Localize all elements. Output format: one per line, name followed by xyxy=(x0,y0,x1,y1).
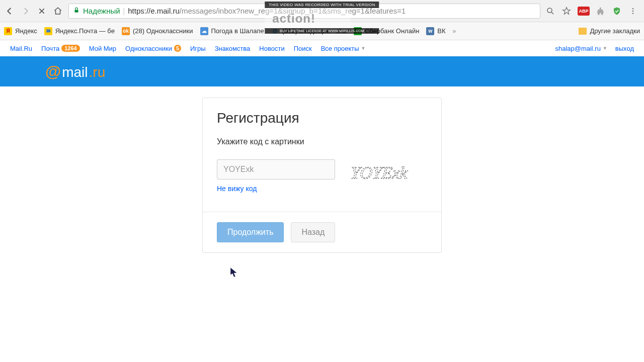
bookmark-weather[interactable]: ☁ Погода в Шалапе xyxy=(200,27,264,35)
bookmark-ok[interactable]: ok (28) Одноклассники xyxy=(122,27,193,35)
svg-point-2 xyxy=(632,8,633,9)
star-icon[interactable] xyxy=(561,6,572,16)
page-title: Регистрация xyxy=(217,110,427,126)
watermark-bottom: BUY LIFETIME LICENSE AT WWW.MIRILLIS.COM xyxy=(265,28,379,34)
portal-link-ok[interactable]: Одноклассники 5 xyxy=(125,45,181,52)
vk-icon: w xyxy=(426,27,434,35)
portal-link-label: Все проекты xyxy=(321,45,359,52)
svg-text:action!: action! xyxy=(272,12,315,25)
folder-icon xyxy=(579,28,587,35)
mailru-logo[interactable]: @ mail.ru xyxy=(45,62,105,81)
registration-card: Регистрация Укажите код с картинки Не ви… xyxy=(202,98,442,253)
puzzle-icon[interactable] xyxy=(596,6,606,16)
forward-button[interactable] xyxy=(20,6,31,17)
user-email-label: shalap@mail.ru xyxy=(555,45,601,52)
bookmark-vk[interactable]: w ВК xyxy=(426,27,445,35)
logo-at-icon: @ xyxy=(45,62,61,81)
svg-text:YOYExk: YOYExk xyxy=(350,163,409,182)
bookmark-yandex[interactable]: Я Яндекс xyxy=(4,27,37,35)
user-email[interactable]: shalap@mail.ru ▼ xyxy=(555,45,607,52)
caret-down-icon: ▼ xyxy=(361,46,366,51)
page-subtitle: Укажите код с картинки xyxy=(217,137,427,146)
portal-link-label: Почта xyxy=(41,45,59,52)
portal-link-search[interactable]: Поиск xyxy=(294,45,312,52)
weather-icon: ☁ xyxy=(200,27,208,35)
back-button-form[interactable]: Назад xyxy=(291,222,335,242)
watermark-top: THIS VIDEO WAS RECORDED WITH TRIAL VERSI… xyxy=(265,2,379,8)
bookmark-label: Яндекс xyxy=(15,27,37,35)
portal-link-mail[interactable]: Почта 1264 xyxy=(41,45,80,52)
toolbar-icons: ABP xyxy=(545,6,640,16)
watermark-logo: action! xyxy=(265,8,350,28)
svg-point-4 xyxy=(632,13,633,14)
bookmark-label: (28) Одноклассники xyxy=(133,27,193,35)
svg-rect-0 xyxy=(75,10,78,12)
captcha-input[interactable] xyxy=(217,159,335,179)
caret-down-icon: ▼ xyxy=(603,46,607,51)
menu-icon[interactable] xyxy=(628,6,638,16)
portal-link-mymir[interactable]: Мой Мир xyxy=(89,45,116,52)
yandex-mail-icon: ✉ xyxy=(44,27,52,35)
bookmark-label: Яндекс.Почта — бе xyxy=(55,27,115,35)
cant-see-link[interactable]: Не вижу код xyxy=(217,185,257,193)
portal-link-news[interactable]: Новости xyxy=(259,45,284,52)
logo-text-mail: mail xyxy=(62,64,88,80)
lock-icon xyxy=(73,7,80,15)
bookmarks-overflow[interactable]: » xyxy=(453,28,456,35)
portal-link-label: Одноклассники xyxy=(125,45,172,52)
content-area: Регистрация Укажите код с картинки Не ви… xyxy=(0,86,644,264)
bookmark-label: Погода в Шалапе xyxy=(211,27,264,35)
svg-point-3 xyxy=(632,10,633,11)
bookmark-other[interactable]: Другие закладки xyxy=(579,27,640,35)
svg-point-1 xyxy=(547,8,552,13)
portal-nav: Mail.Ru Почта 1264 Мой Мир Одноклассники… xyxy=(0,40,644,56)
bookmark-label: Другие закладки xyxy=(590,27,640,35)
adblock-icon[interactable]: ABP xyxy=(578,7,590,16)
ok-icon: ok xyxy=(122,27,130,35)
home-button[interactable] xyxy=(52,6,63,17)
portal-link-dating[interactable]: Знакомства xyxy=(215,45,251,52)
back-button[interactable] xyxy=(4,6,15,17)
zoom-icon[interactable] xyxy=(545,6,555,16)
portal-link-all[interactable]: Все проекты ▼ xyxy=(321,45,366,52)
portal-link-games[interactable]: Игры xyxy=(190,45,206,52)
trial-watermark: THIS VIDEO WAS RECORDED WITH TRIAL VERSI… xyxy=(265,2,379,34)
site-header: @ mail.ru xyxy=(0,56,644,86)
stop-button[interactable] xyxy=(36,6,47,17)
mail-count-badge: 1264 xyxy=(61,45,79,52)
mouse-cursor xyxy=(230,267,238,279)
continue-button[interactable]: Продолжить xyxy=(217,222,284,242)
yandex-icon: Я xyxy=(4,27,12,35)
portal-link-mailru[interactable]: Mail.Ru xyxy=(10,45,32,52)
ok-count-badge: 5 xyxy=(174,45,181,52)
bookmark-yandex-mail[interactable]: ✉ Яндекс.Почта — бе xyxy=(44,27,115,35)
secure-label: Надежный xyxy=(83,7,120,15)
shield-icon[interactable] xyxy=(612,6,622,16)
bookmark-label: ВК xyxy=(437,27,445,35)
captcha-image: YOYExk xyxy=(350,159,431,186)
logout-link[interactable]: выход xyxy=(615,45,634,52)
logo-text-ru: .ru xyxy=(89,64,106,80)
